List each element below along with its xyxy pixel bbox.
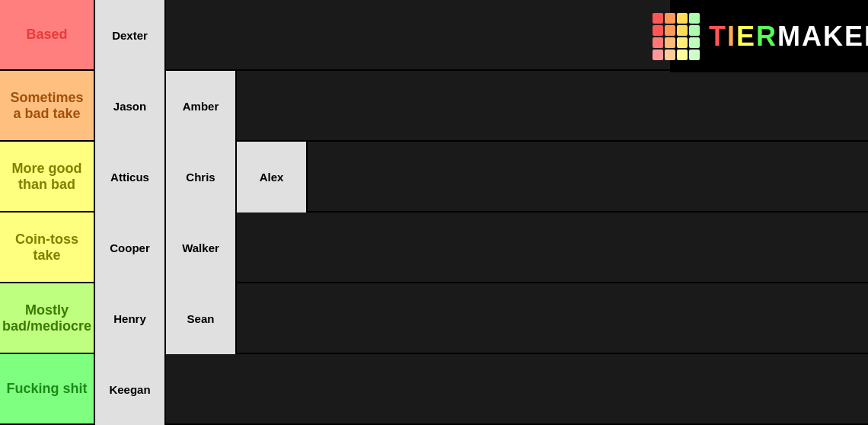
tier-row-mostly: Mostly bad/mediocreHenrySean <box>0 283 868 354</box>
tier-label-cointoss: Coin-toss take <box>0 212 95 282</box>
tier-row-sometimes: Sometimes a bad takeJasonAmber <box>0 71 868 142</box>
tier-content-sometimes: JasonAmber <box>95 71 868 140</box>
logo-grid-cell <box>653 50 663 60</box>
tier-item: Keegan <box>95 354 166 425</box>
tier-label-fuckingshit: Fucking shit <box>0 354 95 423</box>
tier-label-moregood: More good than bad <box>0 142 95 211</box>
logo-grid <box>653 13 700 60</box>
tier-item: Alex <box>237 142 308 212</box>
tier-row-cointoss: Coin-toss takeCooperWalker <box>0 212 868 283</box>
logo-grid-cell <box>665 50 675 60</box>
tier-label-based: Based <box>0 0 95 69</box>
tier-content-mostly: HenrySean <box>95 283 868 353</box>
logo-area: TiERMAKER <box>670 0 868 72</box>
tier-item: Amber <box>166 71 237 142</box>
logo-grid-cell <box>689 25 700 36</box>
logo-grid-cell <box>653 25 663 36</box>
tier-item: Atticus <box>95 142 166 212</box>
tier-item: Walker <box>166 212 237 283</box>
logo-grid-cell <box>689 50 700 60</box>
logo-grid-cell <box>689 13 700 24</box>
logo-grid-cell <box>689 37 700 48</box>
tier-row-moregood: More good than badAtticusChrisAlex <box>0 142 868 212</box>
tier-item: Jason <box>95 71 166 142</box>
tier-item: Dexter <box>95 0 166 71</box>
tier-label-sometimes: Sometimes a bad take <box>0 71 95 140</box>
tier-item: Cooper <box>95 212 166 283</box>
logo-grid-cell <box>665 25 675 36</box>
logo-grid-cell <box>677 37 688 48</box>
tier-content-moregood: AtticusChrisAlex <box>95 142 868 211</box>
tier-item: Sean <box>166 283 237 354</box>
tier-item: Henry <box>95 283 166 354</box>
logo-grid-cell <box>665 13 675 24</box>
logo-grid-cell <box>677 50 688 60</box>
logo-grid-cell <box>665 37 675 48</box>
tier-row-fuckingshit: Fucking shitKeegan <box>0 354 868 425</box>
tier-content-cointoss: CooperWalker <box>95 212 868 282</box>
tier-item: Chris <box>166 142 237 212</box>
logo-grid-cell <box>677 13 688 24</box>
logo-text: TiERMAKER <box>709 21 868 53</box>
tier-content-fuckingshit: Keegan <box>95 354 868 423</box>
logo-grid-cell <box>677 25 688 36</box>
tier-label-mostly: Mostly bad/mediocre <box>0 283 95 353</box>
logo-grid-cell <box>653 13 663 24</box>
logo-grid-cell <box>653 37 663 48</box>
